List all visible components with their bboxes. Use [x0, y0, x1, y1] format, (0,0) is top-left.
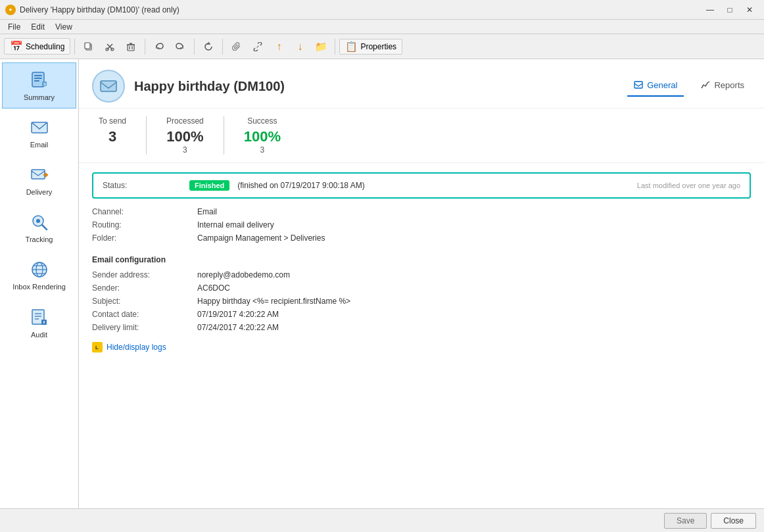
info-key-channel: Channel: [92, 207, 197, 216]
sidebar-item-tracking[interactable]: Tracking [2, 205, 76, 251]
toolbar-sep-1 [74, 39, 75, 55]
sidebar-label-inbox-rendering: Inbox Rendering [12, 283, 66, 291]
config-row-subject: Subject: Happy birthday <%= recipient.fi… [92, 295, 751, 308]
detail-section: Status: Finished (finished on 07/19/2017… [79, 163, 764, 508]
svg-text:S: S [43, 82, 46, 86]
main-container: S Summary Email [0, 59, 764, 508]
status-label: Status: [103, 181, 181, 190]
svg-text:L: L [95, 345, 99, 351]
maximize-button[interactable]: □ [721, 3, 739, 17]
tab-general[interactable]: General [627, 76, 684, 97]
svg-rect-19 [32, 170, 45, 179]
info-val-channel: Email [197, 207, 217, 216]
header-tabs: General Reports [627, 76, 751, 97]
status-box: Status: Finished (finished on 07/19/2017… [92, 172, 751, 199]
info-row-routing: Routing: Internal email delivery [92, 218, 751, 231]
info-row-channel: Channel: Email [92, 205, 751, 218]
config-title: Email configuration [92, 253, 751, 268]
config-row-sender: Sender: AC6DOC [92, 281, 751, 295]
config-val-delivery-limit: 07/24/2017 4:20:22 AM [197, 323, 279, 332]
tab-reports[interactable]: Reports [694, 76, 751, 97]
email-icon [29, 117, 50, 138]
stat-success-label: Success [247, 116, 277, 126]
stat-success-sub: 3 [260, 145, 265, 155]
logs-icon: L [92, 342, 103, 352]
sidebar-label-audit: Audit [31, 331, 47, 339]
sidebar-item-summary[interactable]: S Summary [2, 62, 76, 109]
info-rows: Channel: Email Routing: Internal email d… [92, 205, 751, 245]
menu-view[interactable]: View [50, 21, 78, 33]
attach-button[interactable] [227, 37, 247, 57]
svg-rect-15 [34, 80, 39, 82]
delivery-icon [29, 164, 50, 185]
logs-link[interactable]: L Hide/display logs [92, 342, 751, 352]
save-button[interactable]: Save [664, 513, 707, 529]
svg-line-23 [42, 225, 47, 230]
scheduling-label: Scheduling [26, 42, 64, 51]
tab-general-label: General [647, 80, 677, 90]
info-row-folder: Folder: Campaign Management > Deliveries [92, 231, 751, 245]
stats-row: To send 3 Processed 100% 3 Success 100% … [79, 109, 764, 163]
status-badge: Finished [189, 180, 229, 191]
sidebar-item-delivery[interactable]: Delivery [2, 157, 76, 203]
link-button[interactable] [248, 37, 268, 57]
delete-button[interactable] [121, 37, 141, 57]
sidebar-label-delivery: Delivery [26, 188, 53, 196]
window-controls: — □ ✕ [701, 3, 759, 17]
stat-processed-value: 100% [166, 128, 203, 145]
logs-link-text: Hide/display logs [107, 343, 166, 352]
properties-button[interactable]: 📋 Properties [339, 39, 402, 55]
properties-label: Properties [360, 42, 396, 51]
config-val-contact-date: 07/19/2017 4:20:22 AM [197, 310, 279, 319]
menu-edit[interactable]: Edit [26, 21, 50, 33]
content-area: Happy birthday (DM100) General Reports [79, 59, 764, 508]
summary-icon: S [29, 70, 50, 91]
refresh-button[interactable] [199, 37, 218, 57]
app-icon: ● [5, 5, 16, 15]
down-button[interactable]: ↓ [290, 37, 310, 57]
stat-to-send-label: To send [99, 116, 126, 126]
footer: Save Close [0, 508, 764, 532]
title-bar-left: ● Delivery 'Happy birthday (DM100)' (rea… [5, 5, 179, 15]
close-button-footer[interactable]: Close [711, 513, 756, 529]
folder-button[interactable]: 📁 [311, 37, 331, 57]
info-key-folder: Folder: [92, 233, 197, 243]
status-text: (finished on 07/19/2017 9:00:18 AM) [237, 181, 364, 190]
last-modified-text: Last modified over one year ago [637, 181, 740, 189]
sidebar-label-tracking: Tracking [26, 235, 53, 243]
up-button[interactable]: ↑ [269, 37, 289, 57]
config-key-sender: Sender: [92, 283, 197, 293]
svg-point-22 [36, 219, 40, 223]
svg-rect-6 [128, 45, 134, 51]
minimize-button[interactable]: — [701, 3, 719, 17]
stat-success: Success 100% 3 [224, 116, 300, 155]
delivery-icon-circle [92, 70, 125, 103]
tracking-icon [29, 212, 50, 233]
close-button[interactable]: ✕ [740, 3, 759, 17]
svg-rect-37 [634, 82, 642, 88]
sidebar-item-audit[interactable]: Audit [2, 300, 76, 346]
tab-reports-label: Reports [714, 80, 744, 90]
audit-icon [29, 307, 50, 328]
delivery-title: Happy birthday (DM100) [134, 79, 618, 94]
stat-processed-label: Processed [166, 116, 204, 126]
svg-rect-14 [34, 78, 42, 79]
info-val-routing: Internal email delivery [197, 220, 274, 230]
sidebar: S Summary Email [0, 59, 79, 508]
toolbar-sep-3 [194, 39, 195, 55]
copy-button[interactable] [79, 37, 99, 57]
config-val-sender: AC6DOC [197, 283, 230, 293]
sidebar-item-inbox-rendering[interactable]: Inbox Rendering [2, 252, 76, 299]
title-bar-text: Delivery 'Happy birthday (DM100)' (read … [20, 5, 179, 14]
config-val-sender-address: noreply@adobedemo.com [197, 270, 290, 279]
menu-file[interactable]: File [3, 21, 26, 33]
undo-button[interactable] [149, 37, 169, 57]
scheduling-button[interactable]: 📅 Scheduling [4, 38, 70, 55]
cut-button[interactable] [100, 37, 120, 57]
info-key-routing: Routing: [92, 220, 197, 230]
redo-button[interactable] [170, 37, 190, 57]
config-row-contact-date: Contact date: 07/19/2017 4:20:22 AM [92, 308, 751, 321]
sidebar-item-email[interactable]: Email [2, 110, 76, 156]
email-config-section: Email configuration Sender address: nore… [92, 253, 751, 334]
title-bar: ● Delivery 'Happy birthday (DM100)' (rea… [0, 0, 764, 20]
